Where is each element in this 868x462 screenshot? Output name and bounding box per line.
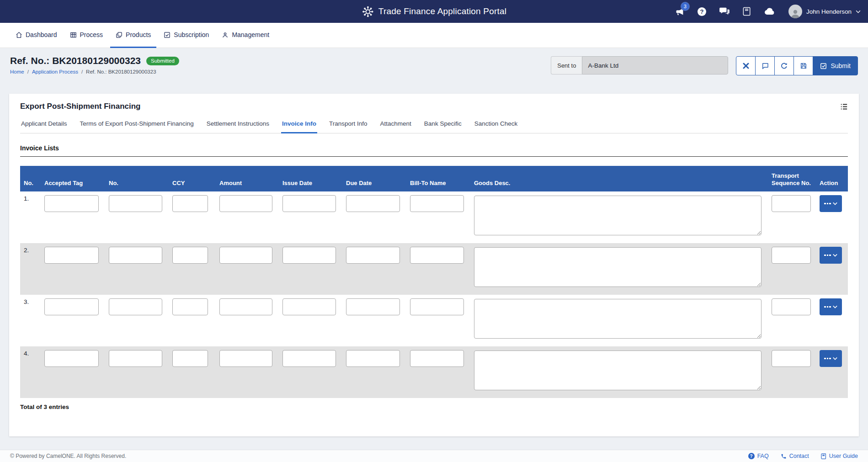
nav-item-dashboard[interactable]: Dashboard bbox=[10, 23, 63, 48]
save-button[interactable] bbox=[793, 56, 813, 75]
col-amount: Amount bbox=[219, 180, 282, 191]
sent-to-input[interactable] bbox=[582, 56, 728, 74]
invoice-row-4: 4. bbox=[20, 346, 848, 398]
user-guide-link[interactable]: User Guide bbox=[821, 453, 858, 459]
due-date-input[interactable] bbox=[346, 350, 400, 367]
invoice-row-3: 3. bbox=[20, 295, 848, 346]
contact-link[interactable]: Contact bbox=[781, 453, 809, 459]
row-action-button[interactable] bbox=[820, 247, 842, 264]
handbook-icon[interactable] bbox=[743, 7, 751, 16]
faq-link[interactable]: ? FAQ bbox=[748, 453, 769, 459]
ccy-input[interactable] bbox=[172, 195, 208, 212]
card-title: Export Post-Shipment Financing bbox=[20, 102, 141, 111]
due-date-input[interactable] bbox=[346, 247, 400, 264]
check-square-icon bbox=[164, 32, 170, 38]
transport-seq-input[interactable] bbox=[772, 247, 811, 264]
accepted-tag-input[interactable] bbox=[44, 298, 99, 315]
transport-seq-input[interactable] bbox=[772, 195, 811, 212]
issue-date-input[interactable] bbox=[282, 350, 336, 367]
tab-invoice-info[interactable]: Invoice Info bbox=[281, 120, 317, 133]
col-invoice-no: No. bbox=[109, 180, 172, 191]
portal-logo-icon bbox=[362, 5, 374, 18]
accepted-tag-input[interactable] bbox=[44, 195, 99, 212]
issue-date-input[interactable] bbox=[282, 195, 336, 212]
issue-date-input[interactable] bbox=[282, 298, 336, 315]
breadcrumb: Home / Application Process / Ref. No.: B… bbox=[10, 69, 179, 74]
announcements-icon[interactable]: 3 bbox=[675, 7, 684, 16]
nav-item-management[interactable]: Management bbox=[216, 23, 275, 48]
bill-to-name-input[interactable] bbox=[410, 298, 464, 315]
bill-to-name-input[interactable] bbox=[410, 350, 464, 367]
col-bill-to-name: Bill-To Name bbox=[410, 180, 474, 191]
tab-terms[interactable]: Terms of Export Post-Shipment Financing bbox=[79, 120, 195, 133]
goods-desc-textarea[interactable] bbox=[474, 247, 761, 287]
portal-title: Trade Finance Application Portal bbox=[378, 6, 506, 16]
nav-item-products[interactable]: Products bbox=[110, 23, 156, 48]
row-number: 1. bbox=[20, 191, 44, 202]
tab-attachment[interactable]: Attachment bbox=[379, 120, 412, 133]
tab-sanction-check[interactable]: Sanction Check bbox=[474, 120, 519, 133]
goods-desc-textarea[interactable] bbox=[474, 196, 761, 235]
cloud-icon[interactable] bbox=[764, 7, 775, 16]
submit-button[interactable]: Submit bbox=[813, 56, 858, 75]
user-menu[interactable]: John Henderson bbox=[788, 5, 861, 18]
home-icon bbox=[16, 32, 22, 38]
tab-bank-specific[interactable]: Bank Specific bbox=[423, 120, 463, 133]
row-number: 4. bbox=[20, 346, 44, 357]
ellipsis-icon bbox=[824, 255, 831, 256]
issue-date-input[interactable] bbox=[282, 247, 336, 264]
cancel-button[interactable] bbox=[736, 56, 756, 75]
chat-icon[interactable] bbox=[719, 7, 730, 16]
accepted-tag-input[interactable] bbox=[44, 350, 99, 367]
accepted-tag-input[interactable] bbox=[44, 247, 99, 264]
tab-settlement-instructions[interactable]: Settlement Instructions bbox=[206, 120, 270, 133]
invoice-no-input[interactable] bbox=[109, 298, 162, 315]
due-date-input[interactable] bbox=[346, 298, 400, 315]
page-header: Ref. No.: BK20180129000323 Submitted Hom… bbox=[0, 48, 868, 94]
row-action-button[interactable] bbox=[820, 195, 842, 212]
footer: © Powered by CamelONE. All Rights Reserv… bbox=[0, 450, 868, 462]
refresh-button[interactable] bbox=[774, 56, 794, 75]
amount-input[interactable] bbox=[219, 350, 272, 367]
amount-input[interactable] bbox=[219, 298, 272, 315]
invoice-table-header: No. Accepted Tag No. CCY Amount Issue Da… bbox=[20, 166, 848, 191]
amount-input[interactable] bbox=[219, 247, 272, 264]
goods-desc-textarea[interactable] bbox=[474, 299, 761, 339]
row-action-button[interactable] bbox=[820, 298, 842, 315]
transport-seq-input[interactable] bbox=[772, 298, 811, 315]
invoice-row-2: 2. bbox=[20, 243, 848, 295]
ellipsis-icon bbox=[824, 358, 831, 360]
help-icon[interactable]: ? bbox=[698, 7, 706, 16]
comment-button[interactable] bbox=[755, 56, 775, 75]
bill-to-name-input[interactable] bbox=[410, 195, 464, 212]
transport-seq-input[interactable] bbox=[772, 350, 811, 367]
chevron-down-icon bbox=[833, 202, 837, 205]
col-issue-date: Issue Date bbox=[282, 180, 346, 191]
nav-item-subscription[interactable]: Subscription bbox=[158, 23, 214, 48]
invoice-no-input[interactable] bbox=[109, 247, 162, 264]
col-action: Action bbox=[820, 180, 848, 191]
ccy-input[interactable] bbox=[172, 298, 208, 315]
refresh-icon bbox=[780, 62, 788, 70]
breadcrumb-application-process-link[interactable]: Application Process bbox=[32, 69, 78, 74]
tab-applicant-details[interactable]: Applicant Details bbox=[20, 120, 68, 133]
top-bar: Trade Finance Application Portal 3 ? Joh… bbox=[0, 0, 868, 23]
ccy-input[interactable] bbox=[172, 247, 208, 264]
tab-transport-info[interactable]: Transport Info bbox=[328, 120, 368, 133]
list-menu-icon[interactable] bbox=[840, 103, 848, 110]
row-action-button[interactable] bbox=[820, 350, 842, 367]
due-date-input[interactable] bbox=[346, 195, 400, 212]
breadcrumb-home-link[interactable]: Home bbox=[10, 69, 24, 74]
invoice-no-input[interactable] bbox=[109, 195, 162, 212]
invoice-no-input[interactable] bbox=[109, 350, 162, 367]
goods-desc-textarea[interactable] bbox=[474, 350, 761, 390]
bill-to-name-input[interactable] bbox=[410, 247, 464, 264]
brand: Trade Finance Application Portal bbox=[362, 0, 506, 23]
nav-item-process[interactable]: Process bbox=[64, 23, 109, 48]
ccy-input[interactable] bbox=[172, 350, 208, 367]
amount-input[interactable] bbox=[219, 195, 272, 212]
ref-no-title: Ref. No.: BK20180129000323 bbox=[10, 55, 141, 66]
invoice-row-1: 1. bbox=[20, 191, 848, 243]
main-nav: Dashboard Process Products Subscription … bbox=[0, 23, 868, 48]
book-icon bbox=[821, 453, 826, 459]
